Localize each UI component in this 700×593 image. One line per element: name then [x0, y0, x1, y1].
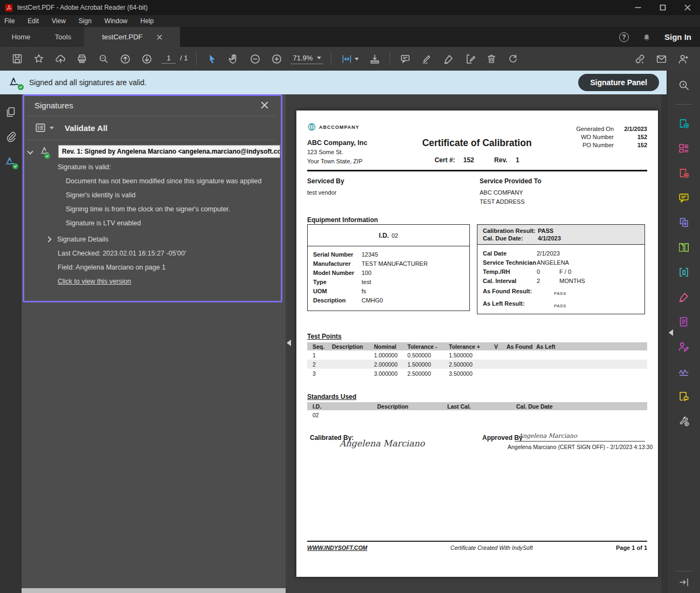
scrolling-mode-icon[interactable]: [364, 50, 385, 68]
generated-on-value: 2/1/2023: [614, 126, 647, 132]
more-tools-icon[interactable]: [678, 415, 690, 427]
tp-tol-minus: 0.500000: [407, 352, 449, 358]
menu-help[interactable]: Help: [141, 17, 154, 25]
share-cloud-icon[interactable]: [50, 50, 71, 68]
email-icon[interactable]: [650, 50, 672, 68]
signature-details-expander[interactable]: Signature Details: [46, 236, 108, 243]
cal-row-label: Service Technician: [483, 258, 537, 267]
edit-pdf-icon[interactable]: [459, 50, 481, 68]
validate-all-button[interactable]: Validate All: [65, 123, 107, 133]
zoom-out-icon[interactable]: [244, 50, 266, 68]
equipment-row-label: Description: [313, 296, 362, 305]
serviced-by-block: Serviced By test vendor: [307, 177, 344, 197]
wo-number-value: 152: [614, 134, 647, 140]
close-button[interactable]: [675, 0, 700, 15]
attachments-icon[interactable]: [5, 131, 17, 143]
print-icon[interactable]: [71, 50, 93, 68]
prepare-form-icon[interactable]: [678, 316, 690, 328]
search-icon[interactable]: [93, 50, 114, 68]
previous-view-icon[interactable]: [114, 50, 136, 68]
document-view: ABCCOMPANY ABC Company, Inc 123 Some St.…: [286, 94, 667, 593]
tp-header: Nominal: [374, 343, 407, 350]
equipment-row-value: test: [362, 278, 371, 287]
collapse-tools-panel-icon[interactable]: [669, 329, 673, 336]
combine-files-icon[interactable]: [678, 217, 690, 229]
sign-in-button[interactable]: Sign In: [664, 32, 691, 42]
tab-close-icon[interactable]: [157, 35, 162, 40]
search-document-icon[interactable]: [678, 79, 690, 91]
page-thumbnails-icon[interactable]: [5, 106, 17, 118]
signature-tree-row[interactable]: Rev. 1: Signed by Angelena Marciano <ang…: [28, 145, 280, 158]
vertical-scrollbar[interactable]: [661, 94, 667, 593]
export-pdf-icon[interactable]: [678, 118, 690, 129]
equipment-row-value: 12345: [362, 250, 378, 259]
comment-tool-icon[interactable]: [678, 192, 690, 204]
request-signatures-icon[interactable]: [678, 341, 690, 353]
help-icon[interactable]: ?: [619, 32, 629, 42]
star-icon[interactable]: [28, 50, 50, 68]
zoom-in-icon[interactable]: [266, 50, 287, 68]
acrobat-app-icon: [5, 4, 13, 12]
zoom-level-select[interactable]: 71.9%: [290, 54, 323, 64]
compress-pdf-icon[interactable]: [678, 266, 690, 278]
standards-used-heading: Standards Used: [307, 393, 356, 401]
service-provided-to-label: Service Provided To: [480, 177, 542, 185]
tab-tools[interactable]: Tools: [42, 27, 84, 47]
view-version-link[interactable]: Click to view this version: [58, 278, 131, 285]
approved-by-label: Approved By: [482, 434, 523, 442]
minimize-button[interactable]: [626, 0, 650, 15]
collapse-signatures-panel-icon[interactable]: [287, 340, 291, 346]
document-toolbar: 1 / 1 71.9%: [0, 47, 700, 71]
footer-website-link[interactable]: WWW.INDYSOFT.COM: [307, 544, 368, 551]
signature-panel-button[interactable]: Signature Panel: [578, 74, 659, 91]
equipment-row-value: fs: [362, 287, 366, 296]
next-view-icon[interactable]: [136, 50, 157, 68]
window-title: testCert.PDF - Adobe Acrobat Reader (64-…: [17, 4, 148, 11]
save-icon[interactable]: [6, 50, 28, 68]
share-link-icon[interactable]: [629, 50, 650, 68]
std-header: I.D.: [313, 403, 377, 410]
add-account-icon[interactable]: [672, 50, 694, 68]
tab-home[interactable]: Home: [0, 27, 42, 47]
std-id: 02: [313, 412, 319, 418]
test-point-row: 3 3.000000 2.500000 3.500000: [307, 369, 647, 378]
signatures-panel-close-icon[interactable]: [261, 101, 268, 109]
po-number-value: 152: [614, 142, 647, 148]
certificates-icon[interactable]: [678, 366, 690, 377]
service-provided-line2: TEST ADDRESS: [480, 197, 542, 206]
fill-sign-icon[interactable]: [438, 50, 459, 68]
redo-icon[interactable]: [502, 50, 524, 68]
hand-tool-icon[interactable]: [223, 50, 244, 68]
footer-created-with: Certificate Created With IndySoft: [368, 544, 616, 551]
test-points-heading: Test Points: [307, 333, 342, 340]
create-pdf-icon[interactable]: [678, 167, 690, 179]
delete-icon[interactable]: [481, 50, 502, 68]
sticky-note-icon[interactable]: [678, 390, 690, 402]
menu-view[interactable]: View: [52, 17, 66, 25]
menu-file[interactable]: File: [4, 17, 15, 25]
serviced-by-value: test vendor: [307, 188, 344, 197]
organize-pages-icon[interactable]: [678, 242, 690, 253]
maximize-button[interactable]: [650, 0, 675, 15]
page-number-input[interactable]: 1: [162, 54, 176, 64]
tab-document[interactable]: testCert.PDF: [84, 27, 180, 47]
menu-sign[interactable]: Sign: [79, 17, 92, 25]
select-tool-icon[interactable]: [201, 50, 223, 68]
chevron-down-icon[interactable]: [27, 148, 33, 154]
highlight-icon[interactable]: [416, 50, 438, 68]
signature-rev-line[interactable]: Rev. 1: Signed by Angelena Marciano <ang…: [58, 145, 280, 158]
tp-seq: 1: [313, 352, 332, 358]
fit-width-icon[interactable]: [336, 50, 364, 68]
notifications-bell-icon[interactable]: [642, 32, 652, 42]
comment-icon[interactable]: [394, 50, 416, 68]
menu-edit[interactable]: Edit: [27, 17, 39, 25]
signatures-panel-icon[interactable]: [5, 156, 17, 168]
edit-pdf-tool-icon[interactable]: [678, 142, 690, 154]
panel-horizontal-scrollbar[interactable]: [22, 588, 286, 593]
company-address1: 123 Some St.: [307, 148, 368, 157]
test-points-table: Seq. Description Nominal Tolerance - Tol…: [307, 342, 647, 378]
expand-panel-icon[interactable]: [678, 577, 689, 588]
fill-sign-tool-icon[interactable]: [678, 291, 690, 303]
signature-options-button[interactable]: [34, 122, 54, 134]
menu-window[interactable]: Window: [105, 17, 128, 25]
